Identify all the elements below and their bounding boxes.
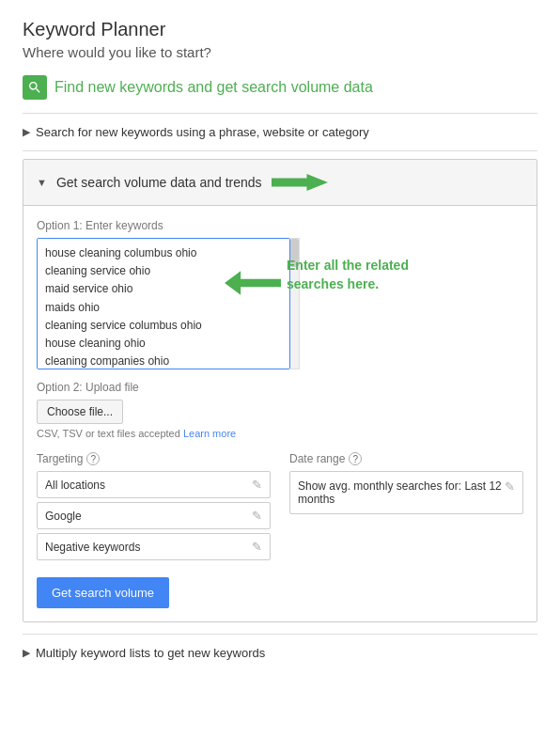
date-range-col: Date range ? Show avg. monthly searches … [289,452,523,564]
option1-label: Option 1: Enter keywords [37,219,523,232]
volume-panel-body: Option 1: Enter keywords house cleaning … [23,206,537,621]
page-title: Keyword Planner [23,19,537,40]
section-divider [23,113,537,114]
date-range-help-icon[interactable]: ? [349,452,362,465]
volume-panel: ▼ Get search volume data and trends Opti… [23,159,537,622]
annotation-box: Enter all the related searches here. [225,257,418,302]
keywords-wrapper: house cleaning columbus ohio cleaning se… [37,238,523,369]
date-range-text: Show avg. monthly searches for: Last 12 … [298,479,505,506]
google-item[interactable]: Google ✎ [37,502,271,529]
targeting-label: Targeting ? [37,452,271,465]
search-new-keywords-label: Search for new keywords using a phrase, … [36,125,369,139]
page-subtitle: Where would you like to start? [23,44,537,60]
date-range-label: Date range ? [289,452,523,465]
all-locations-item[interactable]: All locations ✎ [37,471,271,498]
date-range-box[interactable]: Show avg. monthly searches for: Last 12 … [289,471,523,514]
section-divider-2 [23,150,537,151]
annotation-text: Enter all the related searches here. [287,257,418,293]
find-keywords-section: Find new keywords and get search volume … [23,75,537,100]
multiply-keywords-row[interactable]: ▶ Multiply keyword lists to get new keyw… [23,638,537,667]
svg-marker-1 [225,271,281,295]
file-note-text: CSV, TSV or text files accepted [37,428,180,439]
targeting-col: Targeting ? All locations ✎ Google ✎ Neg… [37,452,271,564]
option2-label: Option 2: Upload file [37,381,523,394]
volume-panel-title: Get search volume data and trends [56,175,262,190]
annotation-arrow-icon [225,264,281,302]
negative-keywords-text: Negative keywords [45,541,140,554]
bottom-divider [23,634,537,635]
find-keywords-title: Find new keywords and get search volume … [54,79,373,96]
file-note: CSV, TSV or text files accepted Learn mo… [37,428,523,439]
header-green-arrow-icon [272,169,328,196]
google-edit-icon: ✎ [252,509,262,523]
collapsed-arrow-icon: ▶ [23,126,30,138]
targeting-help-icon[interactable]: ? [86,452,100,465]
all-locations-edit-icon: ✎ [252,478,262,492]
google-text: Google [45,510,82,523]
volume-panel-header[interactable]: ▼ Get search volume data and trends [23,160,537,206]
choose-file-button[interactable]: Choose file... [37,400,123,424]
all-locations-text: All locations [45,479,105,492]
learn-more-link[interactable]: Learn more [183,428,236,439]
get-search-volume-button[interactable]: Get search volume [37,577,169,608]
targeting-date-row: Targeting ? All locations ✎ Google ✎ Neg… [37,452,523,564]
magnifier-icon [23,75,47,100]
date-range-edit-icon: ✎ [505,479,515,494]
expanded-arrow-icon: ▼ [37,177,47,188]
negative-keywords-item[interactable]: Negative keywords ✎ [37,533,271,560]
multiply-keywords-label: Multiply keyword lists to get new keywor… [36,646,265,660]
multiply-collapsed-arrow-icon: ▶ [23,647,30,659]
negative-keywords-edit-icon: ✎ [252,540,262,554]
svg-marker-0 [272,174,328,191]
search-new-keywords-row[interactable]: ▶ Search for new keywords using a phrase… [23,118,537,147]
